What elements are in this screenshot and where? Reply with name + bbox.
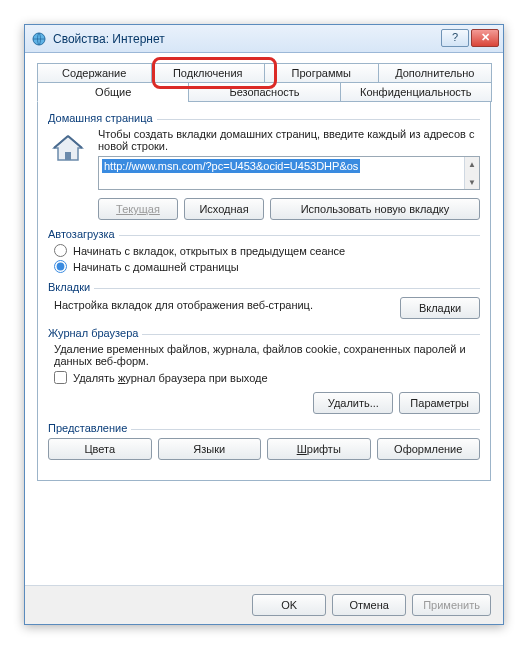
use-current-button[interactable]: Текущая — [98, 198, 178, 220]
divider — [48, 288, 480, 289]
radio-start-tabs[interactable]: Начинать с вкладок, открытых в предыдуще… — [54, 244, 480, 257]
tab-privacy[interactable]: Конфиденциальность — [340, 82, 492, 102]
group-label: Журнал браузера — [48, 327, 142, 339]
group-label: Автозагрузка — [48, 228, 119, 240]
dialog-footer: OK Отмена Применить — [25, 585, 503, 624]
radio-input[interactable] — [54, 260, 67, 273]
group-appearance: Представление Цвета Языки Шрифты Оформле… — [48, 422, 480, 460]
radio-label: Начинать с вкладок, открытых в предыдуще… — [73, 245, 345, 257]
history-description: Удаление временных файлов, журнала, файл… — [54, 343, 480, 367]
scrollbar[interactable]: ▲ ▼ — [464, 157, 479, 189]
radio-label: Начинать с домашней страницы — [73, 261, 239, 273]
help-button[interactable]: ? — [441, 29, 469, 47]
delete-history-button[interactable]: Удалить... — [313, 392, 393, 414]
tab-advanced[interactable]: Дополнительно — [378, 63, 493, 83]
tab-general[interactable]: Общие — [37, 82, 189, 102]
checkbox-input[interactable] — [54, 371, 67, 384]
history-params-button[interactable]: Параметры — [399, 392, 480, 414]
tab-security[interactable]: Безопасность — [188, 82, 340, 102]
tab-panel-general: Домашняя страница Чтобы создать вкладки … — [37, 102, 491, 481]
tab-strip: Содержание Подключения Программы Дополни… — [37, 63, 491, 103]
checkbox-label: Удалять журнал браузера при выходе — [73, 372, 268, 384]
group-label: Вкладки — [48, 281, 94, 293]
radio-input[interactable] — [54, 244, 67, 257]
apply-button[interactable]: Применить — [412, 594, 491, 616]
group-startup: Автозагрузка Начинать с вкладок, открыты… — [48, 228, 480, 273]
close-button[interactable]: ✕ — [471, 29, 499, 47]
group-history: Журнал браузера Удаление временных файло… — [48, 327, 480, 414]
radio-start-home[interactable]: Начинать с домашней страницы — [54, 260, 480, 273]
ok-button[interactable]: OK — [252, 594, 326, 616]
tab-connections[interactable]: Подключения — [151, 63, 266, 83]
homepage-textarea[interactable]: http://www.msn.com/?pc=U453&ocid=U453DHP… — [98, 156, 480, 190]
tabs-settings-button[interactable]: Вкладки — [400, 297, 480, 319]
colors-button[interactable]: Цвета — [48, 438, 152, 460]
home-icon — [48, 128, 88, 168]
titlebar[interactable]: Свойства: Интернет ? ✕ — [25, 25, 503, 53]
group-tabs: Вкладки Настройка вкладок для отображени… — [48, 281, 480, 319]
accessibility-button[interactable]: Оформление — [377, 438, 481, 460]
group-label: Домашняя страница — [48, 112, 157, 124]
svg-rect-1 — [65, 152, 71, 160]
homepage-url-value: http://www.msn.com/?pc=U453&ocid=U453DHP… — [102, 159, 360, 173]
tabs-description: Настройка вкладок для отображения веб-ст… — [54, 299, 313, 311]
internet-options-icon — [31, 31, 47, 47]
scroll-up-icon[interactable]: ▲ — [465, 157, 479, 171]
dialog-window: Свойства: Интернет ? ✕ Содержание Подклю… — [24, 24, 504, 625]
group-homepage: Домашняя страница Чтобы создать вкладки … — [48, 112, 480, 220]
use-newtab-button[interactable]: Использовать новую вкладку — [270, 198, 480, 220]
group-label: Представление — [48, 422, 131, 434]
tab-content[interactable]: Содержание — [37, 63, 152, 83]
cancel-button[interactable]: Отмена — [332, 594, 406, 616]
tab-programs[interactable]: Программы — [264, 63, 379, 83]
use-default-button[interactable]: Исходная — [184, 198, 264, 220]
languages-button[interactable]: Языки — [158, 438, 262, 460]
delete-on-exit-checkbox[interactable]: Удалять журнал браузера при выходе — [54, 371, 480, 384]
window-title: Свойства: Интернет — [53, 32, 441, 46]
fonts-button[interactable]: Шрифты — [267, 438, 371, 460]
scroll-down-icon[interactable]: ▼ — [465, 175, 479, 189]
homepage-hint: Чтобы создать вкладки домашних страниц, … — [98, 128, 480, 152]
